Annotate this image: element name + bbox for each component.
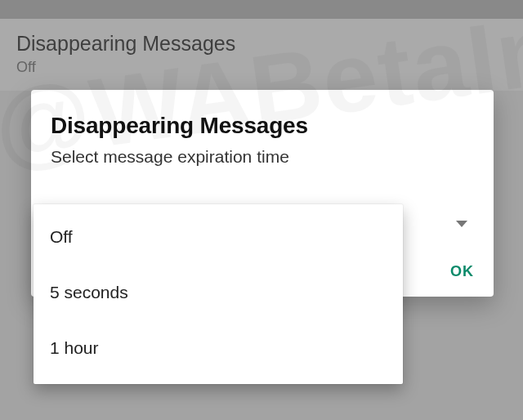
option-5-seconds[interactable]: 5 seconds	[34, 265, 403, 320]
option-off[interactable]: Off	[34, 209, 403, 265]
dialog-title: Disappearing Messages	[51, 113, 474, 139]
ok-button[interactable]: OK	[450, 263, 474, 280]
expiration-dropdown-list: Off 5 seconds 1 hour	[34, 204, 403, 384]
chevron-down-icon	[456, 221, 467, 227]
option-1-hour[interactable]: 1 hour	[34, 320, 403, 376]
dialog-subtitle: Select message expiration time	[51, 147, 474, 167]
dialog-header: Disappearing Messages Select message exp…	[31, 90, 494, 175]
status-bar	[0, 0, 523, 19]
